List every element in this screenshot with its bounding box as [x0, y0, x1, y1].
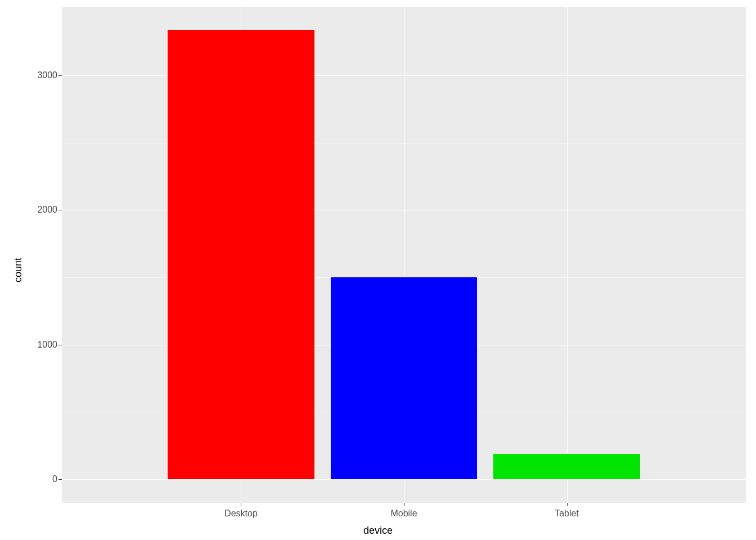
ytick-mark	[58, 210, 62, 210]
xtick-label: Mobile	[390, 508, 417, 519]
xtick-label: Tablet	[555, 508, 579, 519]
ytick-mark	[58, 345, 62, 345]
ytick-label: 3000	[37, 70, 57, 80]
bar-desktop	[168, 30, 314, 479]
ytick-label: 2000	[37, 205, 57, 215]
xtick-label: Desktop	[224, 508, 258, 519]
ytick-mark	[58, 75, 62, 76]
xtick-mark	[241, 503, 241, 506]
xtick-mark	[567, 503, 568, 506]
x-axis-label: device	[363, 525, 393, 537]
bar-tablet	[493, 454, 640, 479]
plot-panel: 0100020003000DesktopMobileTablet	[62, 7, 746, 503]
ytick-label: 1000	[37, 340, 57, 350]
xtick-mark	[404, 503, 404, 506]
ytick-label: 0	[52, 474, 57, 484]
ytick-mark	[58, 479, 62, 480]
y-axis-label: count	[12, 258, 24, 282]
chart-root: count device 0100020003000DesktopMobileT…	[0, 0, 756, 540]
gridline-v	[567, 7, 568, 503]
bar-mobile	[331, 277, 478, 479]
